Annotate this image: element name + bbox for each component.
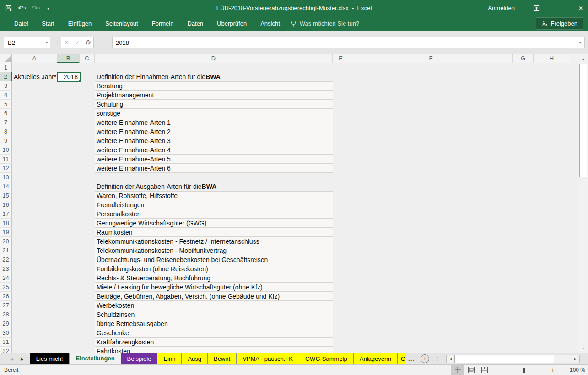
- cell-d20[interactable]: Telekommunikationskosten - Festnetz / In…: [95, 237, 333, 246]
- row-number-26[interactable]: 26: [0, 292, 12, 301]
- column-header-e[interactable]: E: [333, 54, 349, 63]
- row-number-11[interactable]: 11: [0, 155, 12, 164]
- cell-d6[interactable]: sonstige: [95, 109, 333, 118]
- row-number-24[interactable]: 24: [0, 273, 12, 283]
- row-number-27[interactable]: 27: [0, 301, 12, 310]
- row-number-21[interactable]: 21: [0, 246, 12, 255]
- row-number-5[interactable]: 5: [0, 100, 12, 109]
- sheet-tab-einn[interactable]: Einn: [157, 353, 182, 364]
- normal-view-icon[interactable]: [451, 365, 464, 375]
- save-icon[interactable]: [5, 5, 12, 11]
- minimize-button[interactable]: [544, 0, 559, 16]
- ribbon-display-options-icon[interactable]: [529, 0, 544, 16]
- scroll-left-icon[interactable]: ◀: [447, 355, 454, 363]
- horizontal-scrollbar[interactable]: ◀ ▶: [446, 355, 580, 363]
- cell-a2[interactable]: Aktuelles Jahr*: [12, 72, 57, 81]
- column-header-d[interactable]: D: [95, 54, 333, 63]
- column-header-g[interactable]: G: [513, 54, 534, 63]
- cell-d28[interactable]: Schuldzinsen: [95, 310, 333, 319]
- sheet-tab-ausg[interactable]: Ausg: [182, 353, 208, 364]
- row-number-20[interactable]: 20: [0, 237, 12, 246]
- row-number-30[interactable]: 30: [0, 328, 12, 338]
- row-number-31[interactable]: 31: [0, 338, 12, 347]
- sheet-tab-lies-mich[interactable]: Lies mich!: [30, 353, 70, 364]
- formula-input[interactable]: 2018 ▾: [112, 37, 585, 48]
- column-header-c[interactable]: C: [80, 54, 95, 63]
- confirm-entry-icon[interactable]: ✓: [72, 39, 82, 46]
- ribbon-tab-einfügen[interactable]: Einfügen: [61, 16, 98, 31]
- row-number-1[interactable]: 1: [0, 63, 12, 72]
- row-number-9[interactable]: 9: [0, 136, 12, 145]
- row-number-29[interactable]: 29: [0, 319, 12, 328]
- undo-button[interactable]: ↶▾: [18, 5, 26, 11]
- row-number-28[interactable]: 28: [0, 310, 12, 319]
- cell-d17[interactable]: Personalkosten: [95, 209, 333, 219]
- column-header-a[interactable]: A: [12, 54, 57, 63]
- row-number-3[interactable]: 3: [0, 81, 12, 91]
- row-number-19[interactable]: 19: [0, 228, 12, 237]
- sheet-tab-gwg-sammelp[interactable]: GWG-Sammelp: [299, 353, 354, 364]
- cell-d5[interactable]: Schulung: [95, 100, 333, 109]
- row-number-32[interactable]: 32: [0, 347, 12, 353]
- next-sheet-icon[interactable]: ▶: [21, 357, 24, 361]
- row-number-8[interactable]: 8: [0, 127, 12, 136]
- redo-button[interactable]: ↷▾: [32, 5, 40, 11]
- row-number-2[interactable]: 2: [0, 72, 12, 81]
- sign-in-button[interactable]: Anmelden: [488, 5, 515, 11]
- cell-d21[interactable]: Telekommunikationskosten - Mobilfunkvert…: [95, 246, 333, 255]
- select-all-button[interactable]: [0, 54, 12, 63]
- sheet-tab-anlageverm[interactable]: Anlageverm: [354, 353, 398, 364]
- horizontal-scroll-thumb[interactable]: [454, 355, 554, 363]
- tell-me-box[interactable]: Was möchten Sie tun?: [291, 20, 359, 27]
- row-number-13[interactable]: 13: [0, 173, 12, 182]
- cell-d2-heading[interactable]: Definition der Einnahmen-Arten für die B…: [95, 72, 333, 81]
- worksheet-grid[interactable]: 1234567891011121314151617181920212223242…: [0, 63, 578, 353]
- row-number-18[interactable]: 18: [0, 219, 12, 228]
- fill-handle[interactable]: [79, 80, 81, 83]
- cell-d22[interactable]: Übernachtungs- und Reisenebenkosten bei …: [95, 255, 333, 264]
- cell-b2-selected[interactable]: 2018: [57, 72, 81, 82]
- cell-d15[interactable]: Waren, Rohstoffe, Hilfsstoffe: [95, 191, 333, 200]
- cell-d19[interactable]: Raumkosten: [95, 228, 333, 237]
- new-sheet-button[interactable]: +: [421, 354, 429, 363]
- cell-d24[interactable]: Rechts- & Steuerberatung, Buchführung: [95, 273, 333, 283]
- ribbon-tab-überprüfen[interactable]: Überprüfen: [210, 16, 254, 31]
- vertical-scroll-thumb[interactable]: [579, 64, 587, 177]
- redo-dropdown-icon[interactable]: ▾: [39, 6, 41, 10]
- zoom-out-button[interactable]: −: [491, 366, 501, 374]
- row-number-12[interactable]: 12: [0, 164, 12, 173]
- more-sheets-indicator[interactable]: ...: [405, 353, 418, 364]
- sheet-tab-bewirt[interactable]: Bewirt: [208, 353, 237, 364]
- cell-d29[interactable]: übrige Betriebsausgaben: [95, 319, 333, 328]
- cell-d3[interactable]: Beratung: [95, 81, 333, 91]
- row-number-17[interactable]: 17: [0, 209, 12, 219]
- cell-d14-heading[interactable]: Definition der Ausgaben-Arten für die BW…: [95, 182, 333, 191]
- row-number-15[interactable]: 15: [0, 191, 12, 200]
- row-number-16[interactable]: 16: [0, 200, 12, 209]
- sheet-tab-einstellungen[interactable]: Einstellungen: [69, 353, 121, 364]
- row-number-23[interactable]: 23: [0, 264, 12, 273]
- row-number-4[interactable]: 4: [0, 91, 12, 100]
- cell-d10[interactable]: weitere Einnahme-Arten 4: [95, 145, 333, 155]
- sheet-tab-beispiele[interactable]: Beispiele: [121, 353, 158, 364]
- ribbon-tab-datei[interactable]: Datei: [7, 16, 35, 31]
- column-header-b[interactable]: B: [57, 54, 80, 63]
- zoom-slider[interactable]: [502, 370, 547, 370]
- close-button[interactable]: ✕: [573, 0, 588, 16]
- cell-d11[interactable]: weitere Einnahme-Arten 5: [95, 155, 333, 164]
- insert-function-icon[interactable]: fx: [83, 39, 93, 46]
- share-button[interactable]: Freigeben: [536, 17, 583, 30]
- cell-d31[interactable]: Kraftfahrzeugkosten: [95, 338, 333, 347]
- page-break-view-icon[interactable]: [478, 365, 491, 375]
- row-number-25[interactable]: 25: [0, 283, 12, 292]
- customize-qat-button[interactable]: ▾: [46, 6, 50, 10]
- cell-d9[interactable]: weitere Einnahme-Arten 3: [95, 136, 333, 145]
- scroll-down-icon[interactable]: ▼: [578, 344, 588, 352]
- column-header-f[interactable]: F: [349, 54, 513, 63]
- vertical-scrollbar[interactable]: ▲ ▼: [578, 54, 588, 353]
- cell-d18[interactable]: Geringwertige Wirtschaftsgüter (GWG): [95, 219, 333, 228]
- cell-d8[interactable]: weitere Einnahme-Arten 2: [95, 127, 333, 136]
- cell-d16[interactable]: Fremdleistungen: [95, 200, 333, 209]
- cell-d25[interactable]: Miete / Leasing für bewegliche Wirtschaf…: [95, 283, 333, 292]
- cell-d27[interactable]: Werbekosten: [95, 301, 333, 310]
